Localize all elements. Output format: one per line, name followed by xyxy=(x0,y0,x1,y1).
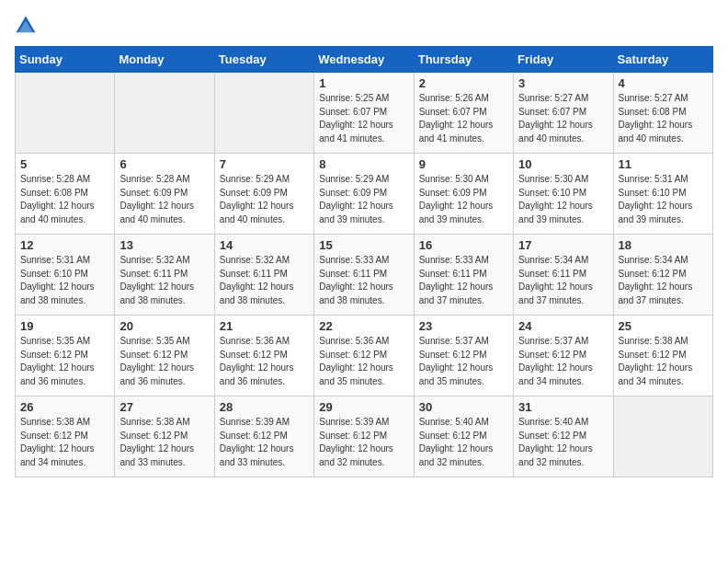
calendar-cell: 20Sunrise: 5:35 AM Sunset: 6:12 PM Dayli… xyxy=(115,316,214,396)
page-header xyxy=(15,15,713,37)
calendar-cell: 16Sunrise: 5:33 AM Sunset: 6:11 PM Dayli… xyxy=(414,235,513,316)
weekday-header: Sunday xyxy=(16,47,115,73)
calendar-cell xyxy=(16,73,115,154)
day-info: Sunrise: 5:40 AM Sunset: 6:12 PM Dayligh… xyxy=(419,416,508,469)
day-number: 3 xyxy=(518,76,608,90)
calendar-week-row: 1Sunrise: 5:25 AM Sunset: 6:07 PM Daylig… xyxy=(16,73,713,154)
calendar-cell: 24Sunrise: 5:37 AM Sunset: 6:12 PM Dayli… xyxy=(514,316,613,396)
day-info: Sunrise: 5:29 AM Sunset: 6:09 PM Dayligh… xyxy=(319,173,408,226)
day-number: 31 xyxy=(518,400,608,414)
day-info: Sunrise: 5:37 AM Sunset: 6:12 PM Dayligh… xyxy=(419,335,508,388)
day-info: Sunrise: 5:26 AM Sunset: 6:07 PM Dayligh… xyxy=(419,92,508,145)
day-info: Sunrise: 5:39 AM Sunset: 6:12 PM Dayligh… xyxy=(319,416,408,469)
day-info: Sunrise: 5:33 AM Sunset: 6:11 PM Dayligh… xyxy=(419,254,508,307)
day-number: 20 xyxy=(119,319,209,333)
day-number: 28 xyxy=(220,400,309,414)
day-number: 27 xyxy=(119,400,209,414)
calendar-cell: 11Sunrise: 5:31 AM Sunset: 6:10 PM Dayli… xyxy=(613,154,712,235)
weekday-header: Monday xyxy=(115,47,214,73)
day-info: Sunrise: 5:34 AM Sunset: 6:11 PM Dayligh… xyxy=(518,254,608,307)
day-number: 12 xyxy=(20,238,109,252)
weekday-header: Wednesday xyxy=(314,47,414,73)
calendar-cell: 14Sunrise: 5:32 AM Sunset: 6:11 PM Dayli… xyxy=(214,235,313,316)
day-number: 7 xyxy=(220,157,309,171)
day-number: 14 xyxy=(220,238,309,252)
calendar-cell: 29Sunrise: 5:39 AM Sunset: 6:12 PM Dayli… xyxy=(314,396,414,477)
day-number: 15 xyxy=(319,238,408,252)
day-info: Sunrise: 5:38 AM Sunset: 6:12 PM Dayligh… xyxy=(119,416,209,469)
logo-icon xyxy=(15,15,37,37)
logo xyxy=(15,15,40,37)
calendar-cell: 7Sunrise: 5:29 AM Sunset: 6:09 PM Daylig… xyxy=(214,154,313,235)
day-info: Sunrise: 5:35 AM Sunset: 6:12 PM Dayligh… xyxy=(20,335,109,388)
day-info: Sunrise: 5:25 AM Sunset: 6:07 PM Dayligh… xyxy=(319,92,408,145)
calendar-week-row: 12Sunrise: 5:31 AM Sunset: 6:10 PM Dayli… xyxy=(16,235,713,316)
day-info: Sunrise: 5:33 AM Sunset: 6:11 PM Dayligh… xyxy=(319,254,408,307)
weekday-header: Saturday xyxy=(613,47,712,73)
day-info: Sunrise: 5:31 AM Sunset: 6:10 PM Dayligh… xyxy=(20,254,109,307)
calendar-cell: 25Sunrise: 5:38 AM Sunset: 6:12 PM Dayli… xyxy=(613,316,712,396)
day-info: Sunrise: 5:29 AM Sunset: 6:09 PM Dayligh… xyxy=(220,173,309,226)
calendar-cell: 18Sunrise: 5:34 AM Sunset: 6:12 PM Dayli… xyxy=(613,235,712,316)
day-info: Sunrise: 5:40 AM Sunset: 6:12 PM Dayligh… xyxy=(518,416,608,469)
weekday-header: Thursday xyxy=(414,47,513,73)
day-info: Sunrise: 5:39 AM Sunset: 6:12 PM Dayligh… xyxy=(220,416,309,469)
calendar-cell: 19Sunrise: 5:35 AM Sunset: 6:12 PM Dayli… xyxy=(16,316,115,396)
day-number: 10 xyxy=(518,157,608,171)
calendar-cell: 4Sunrise: 5:27 AM Sunset: 6:08 PM Daylig… xyxy=(613,73,712,154)
calendar-cell: 15Sunrise: 5:33 AM Sunset: 6:11 PM Dayli… xyxy=(314,235,414,316)
calendar-cell: 26Sunrise: 5:38 AM Sunset: 6:12 PM Dayli… xyxy=(16,396,115,477)
day-info: Sunrise: 5:32 AM Sunset: 6:11 PM Dayligh… xyxy=(220,254,309,307)
calendar-header-row: SundayMondayTuesdayWednesdayThursdayFrid… xyxy=(16,47,713,73)
calendar-cell: 10Sunrise: 5:30 AM Sunset: 6:10 PM Dayli… xyxy=(514,154,613,235)
calendar-cell: 2Sunrise: 5:26 AM Sunset: 6:07 PM Daylig… xyxy=(414,73,513,154)
calendar-cell: 1Sunrise: 5:25 AM Sunset: 6:07 PM Daylig… xyxy=(314,73,414,154)
calendar-week-row: 19Sunrise: 5:35 AM Sunset: 6:12 PM Dayli… xyxy=(16,316,713,396)
day-number: 16 xyxy=(419,238,508,252)
calendar-cell: 8Sunrise: 5:29 AM Sunset: 6:09 PM Daylig… xyxy=(314,154,414,235)
day-number: 9 xyxy=(419,157,508,171)
day-info: Sunrise: 5:27 AM Sunset: 6:07 PM Dayligh… xyxy=(518,92,608,145)
day-number: 23 xyxy=(419,319,508,333)
weekday-header: Friday xyxy=(514,47,613,73)
day-info: Sunrise: 5:38 AM Sunset: 6:12 PM Dayligh… xyxy=(20,416,109,469)
calendar-cell: 23Sunrise: 5:37 AM Sunset: 6:12 PM Dayli… xyxy=(414,316,513,396)
calendar-cell: 30Sunrise: 5:40 AM Sunset: 6:12 PM Dayli… xyxy=(414,396,513,477)
day-number: 13 xyxy=(119,238,209,252)
day-info: Sunrise: 5:36 AM Sunset: 6:12 PM Dayligh… xyxy=(220,335,309,388)
day-info: Sunrise: 5:28 AM Sunset: 6:08 PM Dayligh… xyxy=(20,173,109,226)
calendar-cell: 21Sunrise: 5:36 AM Sunset: 6:12 PM Dayli… xyxy=(214,316,313,396)
day-number: 17 xyxy=(518,238,608,252)
day-number: 5 xyxy=(20,157,109,171)
day-number: 1 xyxy=(319,76,408,90)
day-number: 8 xyxy=(319,157,408,171)
day-info: Sunrise: 5:38 AM Sunset: 6:12 PM Dayligh… xyxy=(619,335,708,388)
day-number: 30 xyxy=(419,400,508,414)
calendar-cell xyxy=(214,73,313,154)
day-number: 24 xyxy=(518,319,608,333)
day-info: Sunrise: 5:30 AM Sunset: 6:09 PM Dayligh… xyxy=(419,173,508,226)
day-info: Sunrise: 5:31 AM Sunset: 6:10 PM Dayligh… xyxy=(619,173,708,226)
calendar-week-row: 5Sunrise: 5:28 AM Sunset: 6:08 PM Daylig… xyxy=(16,154,713,235)
day-number: 4 xyxy=(619,76,708,90)
day-number: 29 xyxy=(319,400,408,414)
calendar-table: SundayMondayTuesdayWednesdayThursdayFrid… xyxy=(15,46,713,477)
calendar-cell: 3Sunrise: 5:27 AM Sunset: 6:07 PM Daylig… xyxy=(514,73,613,154)
calendar-cell: 9Sunrise: 5:30 AM Sunset: 6:09 PM Daylig… xyxy=(414,154,513,235)
day-number: 2 xyxy=(419,76,508,90)
day-info: Sunrise: 5:36 AM Sunset: 6:12 PM Dayligh… xyxy=(319,335,408,388)
day-number: 18 xyxy=(619,238,708,252)
calendar-cell xyxy=(613,396,712,477)
calendar-cell: 22Sunrise: 5:36 AM Sunset: 6:12 PM Dayli… xyxy=(314,316,414,396)
day-number: 21 xyxy=(220,319,309,333)
day-info: Sunrise: 5:28 AM Sunset: 6:09 PM Dayligh… xyxy=(119,173,209,226)
calendar-cell: 13Sunrise: 5:32 AM Sunset: 6:11 PM Dayli… xyxy=(115,235,214,316)
day-info: Sunrise: 5:30 AM Sunset: 6:10 PM Dayligh… xyxy=(518,173,608,226)
calendar-week-row: 26Sunrise: 5:38 AM Sunset: 6:12 PM Dayli… xyxy=(16,396,713,477)
day-info: Sunrise: 5:27 AM Sunset: 6:08 PM Dayligh… xyxy=(619,92,708,145)
calendar-cell: 6Sunrise: 5:28 AM Sunset: 6:09 PM Daylig… xyxy=(115,154,214,235)
day-number: 22 xyxy=(319,319,408,333)
day-info: Sunrise: 5:37 AM Sunset: 6:12 PM Dayligh… xyxy=(518,335,608,388)
day-info: Sunrise: 5:32 AM Sunset: 6:11 PM Dayligh… xyxy=(119,254,209,307)
weekday-header: Tuesday xyxy=(214,47,313,73)
